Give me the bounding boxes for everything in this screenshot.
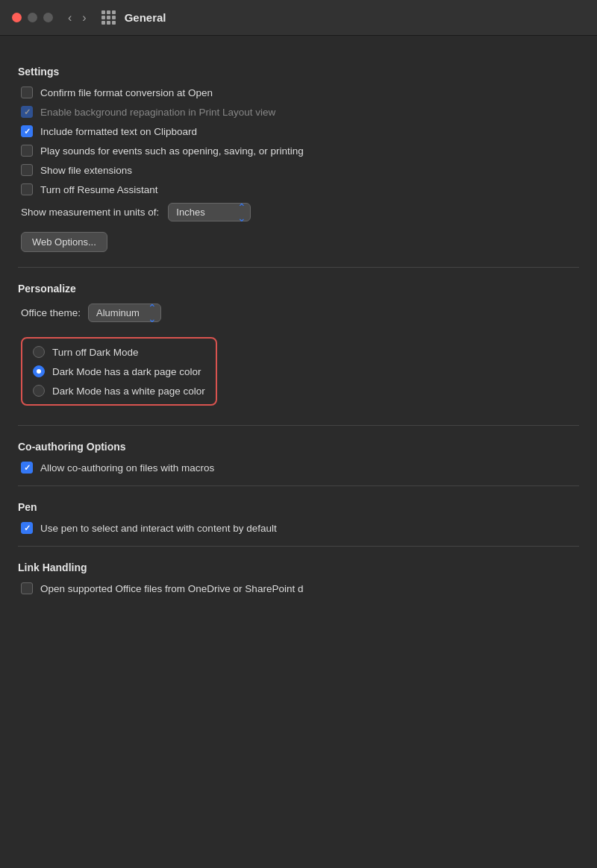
include-formatted-text-wrapper[interactable]: Include formatted text on Clipboard: [21, 125, 197, 137]
setting-show-file-extensions: Show file extensions: [18, 164, 579, 176]
back-button[interactable]: ‹: [65, 10, 75, 26]
web-options-button[interactable]: Web Options...: [21, 232, 107, 252]
show-file-extensions-wrapper[interactable]: Show file extensions: [21, 164, 132, 176]
radio-dark-mode-white-page[interactable]: Dark Mode has a white page color: [33, 385, 205, 397]
office-theme-select-wrapper: Aluminum Classic Colorful ⌃⌄: [88, 304, 161, 322]
maximize-button[interactable]: [43, 13, 53, 22]
open-office-files-checkbox[interactable]: [21, 582, 33, 594]
measurement-units-row: Show measurement in units of: Inches Cen…: [18, 203, 579, 221]
office-theme-label: Office theme:: [21, 307, 81, 318]
open-office-files-label: Open supported Office files from OneDriv…: [40, 583, 303, 594]
use-pen-checkbox[interactable]: [21, 522, 33, 534]
pen-section-title: Pen: [18, 501, 579, 513]
turn-off-resume-wrapper[interactable]: Turn off Resume Assistant: [21, 183, 158, 195]
traffic-lights: [12, 13, 53, 22]
allow-coauthoring-checkbox[interactable]: [21, 462, 33, 474]
measurement-units-label: Show measurement in units of:: [21, 207, 159, 218]
dark-mode-white-page-radio[interactable]: [33, 385, 45, 397]
personalize-section-title: Personalize: [18, 283, 579, 295]
web-options-row: Web Options...: [18, 229, 579, 255]
title-bar: ‹ › General: [0, 0, 597, 36]
main-content: Settings Confirm file format conversion …: [0, 36, 597, 617]
setting-open-office-files: Open supported Office files from OneDriv…: [18, 582, 579, 594]
personalize-section: Personalize Office theme: Aluminum Class…: [18, 283, 579, 413]
setting-confirm-file-format: Confirm file format conversion at Open: [18, 87, 579, 98]
coauthoring-section: Co-authoring Options Allow co-authoring …: [18, 441, 579, 474]
setting-turn-off-resume-assistant: Turn off Resume Assistant: [18, 183, 579, 195]
turn-off-resume-checkbox[interactable]: [21, 183, 33, 195]
play-sounds-wrapper[interactable]: Play sounds for events such as opening, …: [21, 145, 304, 157]
nav-buttons: ‹ ›: [65, 10, 90, 26]
divider-1: [18, 267, 579, 268]
play-sounds-checkbox[interactable]: [21, 145, 33, 157]
dark-mode-radio-group: Turn off Dark Mode Dark Mode has a dark …: [21, 337, 217, 406]
dark-mode-white-page-label: Dark Mode has a white page color: [52, 386, 205, 397]
include-formatted-text-label: Include formatted text on Clipboard: [40, 126, 197, 137]
office-theme-row: Office theme: Aluminum Classic Colorful …: [18, 304, 579, 322]
setting-include-formatted-text: Include formatted text on Clipboard: [18, 125, 579, 137]
measurement-units-select[interactable]: Inches Centimeters Millimeters Points Pi…: [168, 203, 251, 221]
use-pen-label: Use pen to select and interact with cont…: [40, 523, 277, 534]
enable-bg-repagination-wrapper: Enable background repagination in Print …: [21, 106, 275, 118]
open-office-files-wrapper[interactable]: Open supported Office files from OneDriv…: [21, 582, 303, 594]
enable-bg-repagination-label: Enable background repagination in Print …: [40, 107, 275, 118]
link-handling-section-title: Link Handling: [18, 562, 579, 573]
dark-mode-dark-page-label: Dark Mode has a dark page color: [52, 366, 201, 377]
office-theme-select[interactable]: Aluminum Classic Colorful: [88, 304, 161, 322]
show-file-extensions-label: Show file extensions: [40, 165, 132, 176]
play-sounds-label: Play sounds for events such as opening, …: [40, 145, 304, 157]
enable-bg-repagination-checkbox: [21, 106, 33, 118]
measurement-units-select-wrapper: Inches Centimeters Millimeters Points Pi…: [168, 203, 251, 221]
page-title: General: [125, 11, 585, 24]
settings-section-title: Settings: [18, 66, 579, 78]
confirm-file-format-checkbox[interactable]: [21, 87, 33, 98]
setting-enable-background-repagination: Enable background repagination in Print …: [18, 106, 579, 118]
link-handling-section: Link Handling Open supported Office file…: [18, 562, 579, 594]
pen-section: Pen Use pen to select and interact with …: [18, 501, 579, 534]
minimize-button[interactable]: [28, 13, 37, 22]
turn-off-resume-label: Turn off Resume Assistant: [40, 184, 158, 195]
coauthoring-section-title: Co-authoring Options: [18, 441, 579, 453]
forward-button[interactable]: ›: [79, 10, 89, 26]
use-pen-wrapper[interactable]: Use pen to select and interact with cont…: [21, 522, 277, 534]
allow-coauthoring-wrapper[interactable]: Allow co-authoring on files with macros: [21, 462, 214, 474]
show-file-extensions-checkbox[interactable]: [21, 164, 33, 176]
turn-off-dark-mode-label: Turn off Dark Mode: [52, 347, 139, 358]
setting-allow-coauthoring: Allow co-authoring on files with macros: [18, 462, 579, 474]
radio-dark-mode-dark-page[interactable]: Dark Mode has a dark page color: [33, 365, 205, 377]
divider-3: [18, 485, 579, 486]
apps-icon[interactable]: [101, 10, 116, 25]
confirm-file-format-label: Confirm file format conversion at Open: [40, 87, 213, 98]
setting-use-pen: Use pen to select and interact with cont…: [18, 522, 579, 534]
divider-2: [18, 425, 579, 426]
include-formatted-text-checkbox[interactable]: [21, 125, 33, 137]
setting-play-sounds: Play sounds for events such as opening, …: [18, 145, 579, 157]
radio-turn-off-dark-mode[interactable]: Turn off Dark Mode: [33, 346, 205, 358]
turn-off-dark-mode-radio[interactable]: [33, 346, 45, 358]
dark-mode-dark-page-radio[interactable]: [33, 365, 45, 377]
confirm-file-format-checkbox-wrapper[interactable]: Confirm file format conversion at Open: [21, 87, 213, 98]
allow-coauthoring-label: Allow co-authoring on files with macros: [40, 462, 214, 474]
divider-4: [18, 546, 579, 547]
close-button[interactable]: [12, 13, 22, 22]
settings-section: Settings Confirm file format conversion …: [18, 66, 579, 255]
